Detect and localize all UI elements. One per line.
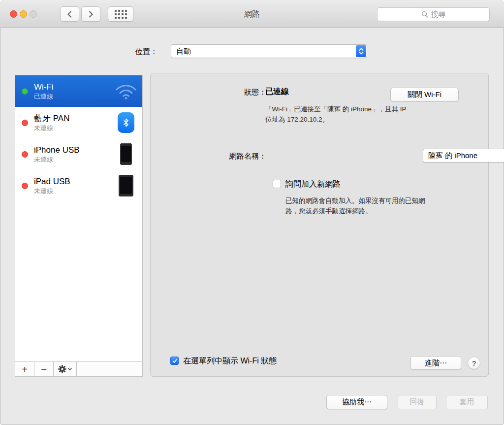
wifi-icon (114, 83, 138, 100)
search-input[interactable]: 搜尋 (377, 7, 490, 21)
interface-status: 未連線 (34, 124, 114, 132)
forward-button[interactable] (81, 6, 100, 22)
interface-status: 未連線 (34, 155, 114, 163)
search-placeholder: 搜尋 (431, 10, 446, 19)
bluetooth-icon (118, 112, 134, 133)
help-button[interactable]: ? (468, 357, 480, 369)
status-dot-disconnected (22, 120, 28, 126)
status-value: 已連線 (265, 87, 289, 97)
advanced-button[interactable]: 進階⋯ (410, 356, 461, 370)
iphone-icon (120, 143, 132, 165)
ipad-icon (119, 175, 133, 196)
turn-off-wifi-button[interactable]: 關閉 Wi-Fi (390, 88, 459, 101)
ask-to-join-hint: 已知的網路會自動加入。如果沒有可用的已知網 路，您就必須手動選擇網路。 (285, 196, 453, 216)
back-button[interactable] (60, 6, 79, 22)
search-icon (421, 11, 428, 18)
check-icon (172, 358, 178, 364)
add-interface-button[interactable]: + (15, 362, 34, 376)
ask-to-join-label: 詢問加入新網路 (285, 179, 341, 190)
traffic-lights (10, 10, 37, 18)
chevron-right-icon (89, 11, 93, 18)
show-wifi-in-menubar-checkbox[interactable] (170, 357, 179, 365)
action-menu-button[interactable] (54, 362, 77, 376)
assist-me-button[interactable]: 協助我⋯ (326, 395, 387, 409)
network-name-popup[interactable]: 陳寯 的 iPhone (423, 149, 504, 163)
location-value: 自動 (171, 45, 355, 58)
sidebar-item-iphone-usb[interactable]: iPhone USB 未連線 (15, 138, 142, 170)
interface-name: iPad USB (34, 176, 114, 187)
chevron-left-icon (67, 11, 72, 18)
nav-buttons (60, 6, 100, 22)
revert-button[interactable]: 回復 (398, 395, 437, 409)
sidebar-item-bluetooth-pan[interactable]: 藍牙 PAN 未連線 (15, 107, 142, 138)
status-dot-disconnected (22, 151, 28, 158)
remove-interface-button[interactable]: − (34, 362, 54, 376)
ask-to-join-checkbox[interactable] (273, 180, 281, 188)
sidebar-item-ipad-usb[interactable]: iPad USB 未連線 (15, 170, 142, 201)
status-label: 狀態： (214, 88, 266, 97)
show-all-button[interactable] (108, 6, 133, 22)
interface-list: Wi-Fi 已連線 藍牙 PAN 未連線 (15, 75, 143, 377)
interface-name: Wi-Fi (34, 82, 114, 92)
interface-status: 已連線 (34, 92, 114, 100)
status-dot-disconnected (22, 183, 28, 189)
status-dot-connected (22, 88, 28, 95)
interface-status: 未連線 (34, 187, 114, 195)
grid-icon (115, 10, 127, 19)
gear-icon (58, 365, 66, 373)
interface-list-toolbar: + − (15, 361, 142, 376)
location-popup[interactable]: 自動 (171, 44, 367, 58)
chevron-down-icon (68, 368, 72, 370)
close-button[interactable] (10, 10, 17, 18)
popup-chevrons-icon (356, 45, 366, 57)
status-description: 「Wi-Fi」已連接至「陳寯 的 iPhone」，且其 IP 位址為 172.2… (265, 104, 458, 125)
network-name-label: 網路名稱： (209, 152, 266, 161)
minimize-button[interactable] (20, 10, 27, 18)
interface-name: 藍牙 PAN (34, 113, 114, 124)
network-preferences-window: 網路 搜尋 位置： 自動 Wi-Fi 已連線 (0, 0, 504, 425)
apply-button[interactable]: 套用 (446, 395, 488, 409)
zoom-button[interactable] (30, 10, 37, 18)
sidebar-item-wifi[interactable]: Wi-Fi 已連線 (15, 75, 142, 107)
titlebar: 網路 搜尋 (0, 0, 504, 28)
network-name-value: 陳寯 的 iPhone (423, 149, 504, 162)
wifi-detail-panel: 狀態： 已連線 關閉 Wi-Fi 「Wi-Fi」已連接至「陳寯 的 iPhone… (150, 73, 489, 377)
interface-name: iPhone USB (34, 145, 114, 155)
location-label: 位置： (135, 47, 158, 57)
show-wifi-in-menubar-label: 在選單列中顯示 Wi-Fi 狀態 (183, 356, 277, 366)
